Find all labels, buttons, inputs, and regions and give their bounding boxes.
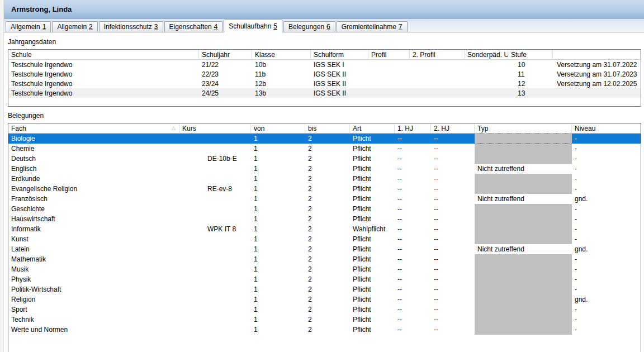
cell-niveau: - [572, 164, 641, 174]
cell-art: Pflicht [350, 244, 395, 254]
cell-niveau: - [572, 254, 641, 264]
belegung-row[interactable]: Deutsch DE-10b-E 1 2 Pflicht -- -- - [8, 154, 641, 164]
column-header-sonderpaed[interactable]: Sonderpäd. Unterricht [465, 50, 508, 59]
cell-von: 1 [251, 204, 305, 214]
cell-hj2: -- [431, 325, 475, 335]
belegung-row[interactable]: Biologie 1 2 Pflicht -- -- - [8, 134, 641, 144]
cell-art: Pflicht [350, 325, 395, 335]
cell-fach: Biologie [8, 134, 179, 144]
tab-schullaufbahn[interactable]: Schullaufbahn5 [224, 20, 282, 32]
belegung-row[interactable]: Evangelische Religion RE-ev-8 1 2 Pflich… [8, 184, 641, 194]
cell-kurs [179, 144, 251, 154]
cell-versetzung: Versetzung am 31.07.2023 [553, 69, 641, 79]
cell-hj2: -- [431, 234, 475, 244]
tab-allgemein-2[interactable]: Allgemein2 [52, 21, 97, 32]
column-header-hj2[interactable]: 2. HJ [431, 123, 475, 133]
jahrgang-row[interactable]: Testschule Irgendwo 24/25 13b IGS SEK II… [8, 88, 641, 98]
tab-infektionsschutz[interactable]: Infektionsschutz3 [99, 21, 163, 32]
column-header-schuljahr[interactable]: Schuljahr [199, 50, 252, 59]
cell-art: Pflicht [350, 194, 395, 204]
cell-art: Wahlpflicht [350, 224, 395, 234]
cell-fach: Französisch [8, 194, 179, 204]
column-header-klasse[interactable]: Klasse [252, 50, 311, 59]
column-header-typ[interactable]: Typ [475, 123, 572, 133]
belegung-row[interactable]: Informatik WPK IT 8 1 2 Wahlpflicht -- -… [8, 224, 641, 234]
cell-hj2: -- [431, 224, 475, 234]
cell-bis: 2 [305, 234, 350, 244]
belegung-row[interactable]: Werte und Normen 1 2 Pflicht -- -- - [8, 325, 641, 335]
cell-typ [475, 214, 572, 224]
column-header-bis[interactable]: bis [305, 123, 350, 133]
column-header-schule[interactable]: Schule [8, 50, 199, 59]
cell-art: Pflicht [350, 264, 395, 274]
belegung-row[interactable]: Technik 1 2 Pflicht -- -- - [8, 315, 641, 325]
belegung-row[interactable]: Mathematik 1 2 Pflicht -- -- - [8, 254, 641, 264]
cell-typ [475, 204, 572, 214]
belegung-row[interactable]: Kunst 1 2 Pflicht -- -- - [8, 234, 641, 244]
application-window: Armstrong, Linda Allgemein1 Allgemein2 I… [0, 0, 644, 352]
cell-niveau: - [572, 204, 641, 214]
cell-klasse: 10b [252, 60, 311, 69]
column-header-niveau[interactable]: Niveau [572, 123, 641, 133]
cell-profil2 [410, 79, 465, 88]
cell-niveau: - [572, 274, 641, 284]
jahrgang-row[interactable]: Testschule Irgendwo 22/23 11b IGS SEK II… [8, 69, 641, 79]
cell-schulform: IGS SEK II [311, 69, 368, 79]
cell-art: Pflicht [350, 274, 395, 284]
cell-von: 1 [251, 325, 305, 335]
cell-stufe: 11 [508, 69, 553, 79]
cell-schulform: IGS SEK II [311, 79, 368, 88]
cell-typ [475, 315, 572, 325]
cell-niveau: - [572, 234, 641, 244]
belegung-row[interactable]: Englisch 1 2 Pflicht -- -- Nicht zutreff… [8, 164, 641, 174]
belegung-row[interactable]: Französisch 1 2 Pflicht -- -- Nicht zutr… [8, 194, 641, 204]
jahrgang-row[interactable]: Testschule Irgendwo 21/22 10b IGS SEK I … [8, 60, 641, 69]
tab-eigenschaften[interactable]: Eigenschaften4 [164, 21, 223, 32]
cell-kurs [179, 174, 251, 184]
cell-hj2: -- [431, 164, 475, 174]
column-header-art[interactable]: Art [350, 123, 395, 133]
cell-hj2: -- [431, 174, 475, 184]
cell-fach: Technik [8, 315, 179, 325]
cell-bis: 2 [305, 144, 350, 154]
cell-art: Pflicht [350, 294, 395, 305]
cell-kurs [179, 244, 251, 254]
belegung-row[interactable]: Latein 1 2 Pflicht -- -- Nicht zutreffen… [8, 244, 641, 254]
jahrgang-row[interactable]: Testschule Irgendwo 23/24 12b IGS SEK II… [8, 79, 641, 88]
cell-hj1: -- [395, 204, 431, 214]
belegung-row[interactable]: Musik 1 2 Pflicht -- -- - [8, 264, 641, 274]
belegung-row[interactable]: Religion 1 2 Pflicht -- -- gnd. [8, 294, 641, 305]
tab-belegungen[interactable]: Belegungen6 [283, 21, 335, 32]
cell-art: Pflicht [350, 204, 395, 214]
belegung-row[interactable]: Physik 1 2 Pflicht -- -- - [8, 274, 641, 284]
column-header-stufe[interactable]: Stufe [508, 50, 553, 59]
tab-gremienteilnahme[interactable]: Gremienteilnahme7 [337, 21, 408, 32]
belegung-row[interactable]: Sport 1 2 Pflicht -- -- - [8, 305, 641, 315]
cell-typ [475, 294, 572, 305]
tab-allgemein-1[interactable]: Allgemein1 [6, 21, 51, 32]
column-header-profil[interactable]: Profil [368, 50, 410, 59]
column-header-hj1[interactable]: 1. HJ [395, 123, 431, 133]
belegung-row[interactable]: Geschichte 1 2 Pflicht -- -- - [8, 204, 641, 214]
cell-von: 1 [251, 234, 305, 244]
belegung-row[interactable]: Hauswirtschaft 1 2 Pflicht -- -- - [8, 214, 641, 224]
belegung-row[interactable]: Chemie 1 2 Pflicht -- -- - [8, 144, 641, 154]
cell-hj1: -- [395, 144, 431, 154]
column-header-kurs[interactable]: Kurs [179, 123, 251, 133]
cell-bis: 2 [305, 305, 350, 315]
cell-niveau: - [572, 134, 641, 144]
column-header-profil2[interactable]: 2. Profil [410, 50, 465, 59]
column-header-schulform[interactable]: Schulform [311, 50, 368, 59]
cell-klasse: 12b [252, 79, 311, 88]
column-header-info[interactable] [553, 50, 641, 59]
column-header-fach[interactable]: Fach △ [8, 123, 179, 133]
belegung-row[interactable]: Erdkunde 1 2 Pflicht -- -- - [8, 174, 641, 184]
cell-stufe: 13 [508, 88, 553, 98]
cell-bis: 2 [305, 204, 350, 214]
belegung-row[interactable]: Politik-Wirtschaft 1 2 Pflicht -- -- - [8, 284, 641, 294]
cell-typ [475, 274, 572, 284]
cell-profil2 [410, 69, 465, 79]
cell-niveau: gnd. [572, 244, 641, 254]
cell-fach: Musik [8, 264, 179, 274]
column-header-von[interactable]: von [251, 123, 305, 133]
